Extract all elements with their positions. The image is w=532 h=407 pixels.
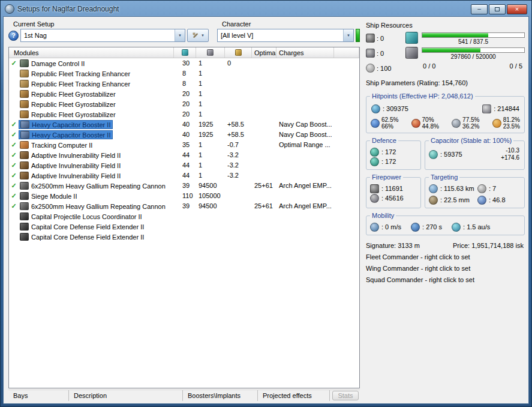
cell-cap: +58.5 [225, 119, 252, 130]
module-check-icon: ✓ [9, 150, 19, 160]
firepower-dps-value: : 11691 [381, 185, 403, 192]
module-check-icon: ✓ [9, 181, 19, 191]
module-label[interactable]: Capital Core Defense Field Extender II [19, 222, 146, 231]
module-label[interactable]: Damage Control II [19, 59, 86, 68]
sensor-strength-value: : 46.8 [489, 196, 506, 204]
module-label[interactable]: Adaptive Invulnerability Field II [19, 161, 122, 170]
turret-hardpoints-value: : 0 [377, 35, 384, 42]
module-label[interactable]: Republic Fleet Tracking Enhancer [19, 79, 132, 88]
table-row[interactable]: ✓ 6x2500mm Heavy Gallium Repeating Canno… [9, 181, 359, 191]
column-header-cpu[interactable] [174, 47, 196, 58]
squad-commander-slot[interactable]: Squad Commander - right click to set [366, 276, 525, 283]
cell-pg: 1 [196, 109, 225, 119]
table-row[interactable]: ✓ Damage Control II 30 1 0 [9, 58, 359, 68]
module-label[interactable]: Capital Core Defense Field Extender II [19, 232, 146, 241]
warp-speed-value: : 1.5 au/s [463, 223, 490, 231]
column-header-charges[interactable]: Charges [276, 47, 334, 58]
table-row[interactable]: ✓ Heavy Capacitor Booster II 40 1925 +58… [9, 119, 359, 130]
tab-boosters-implants[interactable]: Boosters\Implants [183, 390, 258, 401]
chevron-down-icon[interactable]: ▼ [175, 29, 185, 41]
table-row[interactable]: Capital Core Defense Field Extender II [9, 222, 359, 232]
close-button[interactable]: × [507, 4, 527, 14]
module-label[interactable]: Siege Module II [19, 191, 79, 200]
table-row[interactable]: Republic Fleet Gyrostabilizer 20 1 [9, 99, 359, 109]
table-row[interactable]: ✓ Tracking Computer II 35 1 -0.7 Optimal… [9, 140, 359, 150]
module-label[interactable]: Heavy Capacitor Booster II [19, 130, 113, 139]
column-header-powergrid[interactable] [196, 47, 225, 58]
modules-table: Modules Optimal Charges ✓ Damage Control… [8, 47, 360, 388]
wing-commander-slot[interactable]: Wing Commander - right click to set [366, 265, 525, 272]
stats-button[interactable]: Stats [332, 391, 359, 400]
kinetic-armor-resist: 36.2% [462, 123, 479, 130]
table-row[interactable]: ✓ Heavy Capacitor Booster II 40 1925 +58… [9, 130, 359, 140]
module-name: Republic Fleet Gyrostabilizer [31, 101, 116, 108]
cell-pg: 105000 [196, 191, 225, 201]
current-setup-label: Current Setup [8, 20, 209, 29]
module-icon [20, 161, 29, 169]
tab-projected-effects[interactable]: Projected effects [258, 390, 330, 401]
current-setup-select[interactable]: 1st Nag ▼ [20, 29, 185, 42]
column-header-optimal[interactable]: Optimal [252, 47, 276, 58]
module-name: 6x2500mm Heavy Gallium Repeating Cannon [31, 203, 166, 210]
module-icon [20, 121, 29, 128]
cell-cap: -3.2 [225, 150, 252, 160]
module-check-icon: ✓ [9, 58, 19, 68]
tab-bays[interactable]: Bays [8, 390, 69, 401]
module-icon [20, 213, 29, 220]
cell-cpu: 44 [174, 150, 196, 160]
module-icon [20, 223, 29, 231]
module-label[interactable]: Capital Projectile Locus Coordinator II [19, 212, 144, 221]
table-row[interactable]: ✓ Siege Module II 110 105000 [9, 191, 359, 201]
calibration-value: : 100 [377, 65, 391, 72]
modules-list: ✓ Damage Control II 30 1 0 Republic Flee… [9, 58, 359, 388]
fleet-commander-slot[interactable]: Fleet Commander - right click to set [366, 253, 525, 261]
maximize-button[interactable] [489, 4, 506, 14]
table-row[interactable]: ✓ 6x2500mm Heavy Gallium Repeating Canno… [9, 201, 359, 211]
chevron-down-icon[interactable]: ▼ [343, 29, 353, 41]
module-label[interactable]: Adaptive Invulnerability Field II [19, 171, 122, 180]
module-name: Capital Core Defense Field Extender II [31, 234, 144, 241]
table-row[interactable]: Republic Fleet Tracking Enhancer 8 1 [9, 68, 359, 79]
table-row[interactable]: Capital Projectile Locus Coordinator II [9, 211, 359, 222]
table-row[interactable]: ✓ Adaptive Invulnerability Field II 44 1… [9, 160, 359, 170]
module-label[interactable]: Republic Fleet Tracking Enhancer [19, 69, 132, 78]
character-select[interactable]: [All level V] ▼ [217, 29, 354, 42]
minimize-button[interactable]: – [471, 4, 488, 14]
shield-hp-icon [371, 104, 380, 113]
column-header-modules[interactable]: Modules [9, 47, 174, 58]
table-row[interactable]: Republic Fleet Tracking Enhancer 8 1 [9, 79, 359, 89]
module-name: Adaptive Invulnerability Field II [31, 162, 121, 169]
table-row[interactable]: Republic Fleet Gyrostabilizer 20 1 [9, 109, 359, 119]
module-label[interactable]: Republic Fleet Gyrostabilizer [19, 89, 118, 98]
module-label[interactable]: 6x2500mm Heavy Gallium Repeating Cannon [19, 181, 167, 190]
cell-cpu: 8 [174, 68, 196, 79]
module-label[interactable]: Republic Fleet Gyrostabilizer [19, 100, 118, 109]
table-row[interactable]: Capital Core Defense Field Extender II [9, 232, 359, 242]
cell-pg: 1 [196, 170, 225, 181]
launcher-hardpoints-value: : 0 [377, 50, 384, 57]
column-header-capacitor[interactable] [225, 47, 252, 58]
ship-resources-title: Ship Resources [366, 22, 525, 30]
help-icon[interactable]: ? [8, 31, 19, 41]
table-row[interactable]: Republic Fleet Gyrostabilizer 20 1 [9, 89, 359, 99]
module-label[interactable]: Republic Fleet Gyrostabilizer [19, 110, 118, 119]
table-row[interactable]: ✓ Adaptive Invulnerability Field II 44 1… [9, 170, 359, 181]
max-velocity-value: : 0 m/s [381, 223, 401, 231]
module-label[interactable]: Tracking Computer II [19, 140, 94, 149]
turret-hardpoints-icon [366, 34, 375, 43]
titlebar[interactable]: Setups for Naglfar Dreadnought – × [3, 2, 529, 16]
table-row[interactable]: ✓ Adaptive Invulnerability Field II 44 1… [9, 150, 359, 160]
setup-tools-button[interactable]: ▼ [187, 29, 209, 42]
module-label[interactable]: 6x2500mm Heavy Gallium Repeating Cannon [19, 202, 167, 211]
powergrid-bar-fill [422, 48, 480, 52]
explosive-resist: 81.2%23.5% [492, 116, 520, 130]
drone-bandwidth-value: 0 / 0 [423, 62, 435, 70]
module-label[interactable]: Heavy Capacitor Booster II [19, 120, 113, 129]
tab-description[interactable]: Description [69, 390, 183, 401]
max-targets-icon [477, 184, 486, 193]
kinetic-resist-icon [452, 119, 461, 128]
hitpoints-title: Hitpoints (Effective HP: 2,048,612) [370, 92, 475, 100]
module-name: Heavy Capacitor Booster II [32, 131, 110, 139]
em-resist-icon [371, 119, 380, 128]
module-label[interactable]: Adaptive Invulnerability Field II [19, 151, 122, 160]
